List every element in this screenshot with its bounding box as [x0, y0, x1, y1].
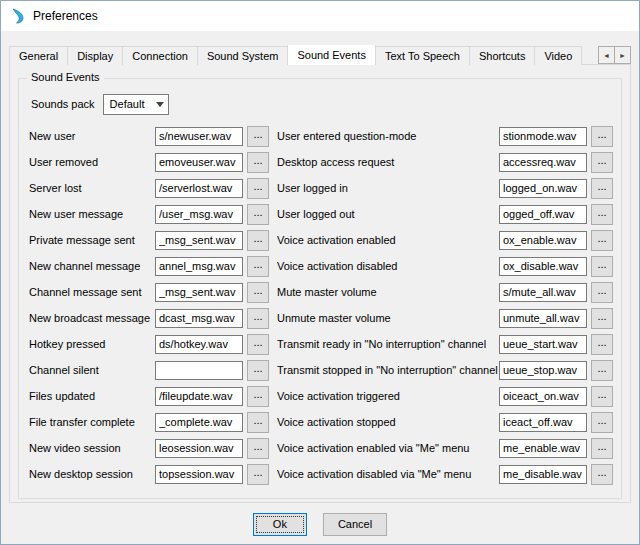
browse-button[interactable]: ...: [591, 386, 613, 407]
sound-event-label: User entered question-mode: [277, 130, 499, 142]
browse-button[interactable]: ...: [247, 256, 269, 277]
browse-button[interactable]: ...: [247, 360, 269, 381]
sound-event-row: User entered question-mode ...: [277, 123, 613, 149]
sound-file-input[interactable]: [155, 231, 243, 250]
sound-file-input[interactable]: [499, 413, 587, 432]
sound-event-label: User logged out: [277, 208, 499, 220]
titlebar: Preferences: [1, 1, 639, 31]
sound-event-label: User logged in: [277, 182, 499, 194]
sound-file-input[interactable]: [499, 205, 587, 224]
tab-connection[interactable]: Connection: [122, 46, 198, 65]
tab-strip: GeneralDisplayConnectionSound SystemSoun…: [9, 45, 631, 65]
tab-scroll-right-button[interactable]: ►: [614, 46, 631, 64]
sound-event-row: File transfer complete ...: [29, 409, 269, 435]
sound-event-label: Mute master volume: [277, 286, 499, 298]
sound-file-input[interactable]: [499, 465, 587, 484]
tab-page-sound-events: Sound Events Sounds pack Default New use…: [9, 64, 631, 503]
sound-event-row: New user message ...: [29, 201, 269, 227]
sound-file-input[interactable]: [155, 283, 243, 302]
browse-button[interactable]: ...: [591, 152, 613, 173]
sound-file-input[interactable]: [155, 361, 243, 380]
app-icon: [10, 8, 26, 24]
tab-text-to-speech[interactable]: Text To Speech: [375, 46, 470, 65]
sound-event-row: Mute master volume ...: [277, 279, 613, 305]
sound-event-row: Desktop access request ...: [277, 149, 613, 175]
tab-display[interactable]: Display: [67, 46, 123, 65]
sound-event-row: Hotkey pressed ...: [29, 331, 269, 357]
browse-button[interactable]: ...: [247, 464, 269, 485]
sound-file-input[interactable]: [155, 335, 243, 354]
browse-button[interactable]: ...: [247, 412, 269, 433]
sound-event-label: Voice activation stopped: [277, 416, 499, 428]
sound-event-row: User removed ...: [29, 149, 269, 175]
sound-file-input[interactable]: [155, 153, 243, 172]
browse-button[interactable]: ...: [247, 308, 269, 329]
sound-file-input[interactable]: [499, 179, 587, 198]
sound-event-row: Private message sent ...: [29, 227, 269, 253]
sound-file-input[interactable]: [499, 283, 587, 302]
sound-events-column-left: New user ... User removed ... Server los…: [29, 123, 269, 487]
browse-button[interactable]: ...: [247, 282, 269, 303]
sound-event-label: Transmit stopped in "No interruption" ch…: [277, 364, 499, 376]
tab-shortcuts[interactable]: Shortcuts: [469, 46, 535, 65]
tab-sound-events[interactable]: Sound Events: [287, 45, 376, 65]
browse-button[interactable]: ...: [591, 204, 613, 225]
browse-button[interactable]: ...: [247, 334, 269, 355]
sound-file-input[interactable]: [155, 205, 243, 224]
sound-file-input[interactable]: [499, 387, 587, 406]
browse-button[interactable]: ...: [591, 178, 613, 199]
dialog-button-row: Ok Cancel: [1, 504, 639, 544]
preferences-window: Preferences GeneralDisplayConnectionSoun…: [0, 0, 640, 545]
browse-button[interactable]: ...: [247, 204, 269, 225]
window-title: Preferences: [33, 9, 98, 23]
browse-button[interactable]: ...: [247, 178, 269, 199]
browse-button[interactable]: ...: [591, 438, 613, 459]
sound-file-input[interactable]: [499, 127, 587, 146]
sound-event-row: Unmute master volume ...: [277, 305, 613, 331]
sound-file-input[interactable]: [155, 439, 243, 458]
browse-button[interactable]: ...: [247, 126, 269, 147]
sound-file-input[interactable]: [499, 439, 587, 458]
browse-button[interactable]: ...: [247, 438, 269, 459]
browse-button[interactable]: ...: [591, 230, 613, 251]
sound-file-input[interactable]: [155, 127, 243, 146]
sound-event-row: New user ...: [29, 123, 269, 149]
sound-file-input[interactable]: [499, 361, 587, 380]
browse-button[interactable]: ...: [591, 308, 613, 329]
sounds-pack-row: Sounds pack Default: [31, 93, 613, 115]
sound-file-input[interactable]: [155, 257, 243, 276]
browse-button[interactable]: ...: [591, 334, 613, 355]
sound-event-label: Transmit ready in "No interruption" chan…: [277, 338, 499, 350]
sounds-pack-select[interactable]: Default: [103, 94, 169, 115]
sound-file-input[interactable]: [499, 335, 587, 354]
browse-button[interactable]: ...: [591, 256, 613, 277]
sound-file-input[interactable]: [155, 387, 243, 406]
browse-button[interactable]: ...: [591, 282, 613, 303]
tab-scroll-left-button[interactable]: ◄: [598, 46, 615, 64]
sound-file-input[interactable]: [499, 257, 587, 276]
browse-button[interactable]: ...: [247, 152, 269, 173]
sound-file-input[interactable]: [155, 179, 243, 198]
browse-button[interactable]: ...: [591, 360, 613, 381]
sound-event-row: New broadcast message ...: [29, 305, 269, 331]
sound-event-label: Voice activation disabled via "Me" menu: [277, 468, 499, 480]
sound-file-input[interactable]: [155, 309, 243, 328]
browse-button[interactable]: ...: [591, 126, 613, 147]
tab-general[interactable]: General: [9, 46, 68, 65]
browse-button[interactable]: ...: [591, 464, 613, 485]
sound-file-input[interactable]: [499, 153, 587, 172]
sound-file-input[interactable]: [499, 231, 587, 250]
sounds-pack-label: Sounds pack: [31, 98, 95, 110]
cancel-button[interactable]: Cancel: [323, 513, 387, 536]
sound-event-row: Channel message sent ...: [29, 279, 269, 305]
ok-button[interactable]: Ok: [253, 513, 307, 536]
browse-button[interactable]: ...: [247, 386, 269, 407]
sound-file-input[interactable]: [499, 309, 587, 328]
tab-video[interactable]: Video: [534, 46, 582, 65]
sound-event-label: Server lost: [29, 182, 155, 194]
browse-button[interactable]: ...: [247, 230, 269, 251]
browse-button[interactable]: ...: [591, 412, 613, 433]
sound-file-input[interactable]: [155, 413, 243, 432]
tab-sound-system[interactable]: Sound System: [197, 46, 289, 65]
sound-file-input[interactable]: [155, 465, 243, 484]
